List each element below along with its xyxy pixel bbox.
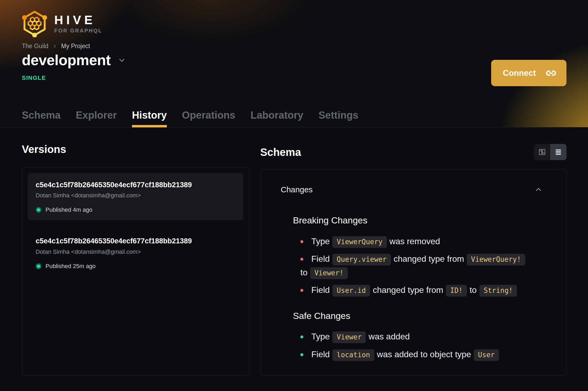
change-item: TypeViewerwas added (300, 330, 543, 343)
page-header: HIVE FOR GRAPHQL The Guild My Project de… (0, 0, 588, 127)
change-item: FieldUser.idchanged type fromID!toString… (300, 283, 543, 297)
active-tab-indicator (132, 125, 167, 127)
code-chip: Viewer! (310, 267, 348, 279)
chevron-down-icon (118, 56, 126, 64)
target-selector[interactable]: development (22, 52, 126, 69)
bullet-icon (300, 258, 303, 261)
version-author: Dotan Simha <dotansimha@gmail.com> (36, 248, 235, 255)
change-list: TypeViewerQuerywas removedFieldQuery.vie… (293, 235, 543, 297)
breadcrumb-org[interactable]: The Guild (22, 43, 48, 50)
connect-button[interactable]: Connect (491, 60, 566, 86)
columns-view-icon (539, 148, 546, 156)
breadcrumb-chevron-icon (52, 44, 57, 49)
columns-view-button[interactable] (534, 144, 550, 160)
version-status: Published 25m ago (36, 263, 235, 270)
change-section-breaking: Breaking ChangesTypeViewerQuerywas remov… (293, 215, 543, 297)
change-section-safe: Safe ChangesTypeViewerwas addedFieldloca… (293, 310, 543, 361)
version-author: Dotan Simha <dotansimha@gmail.com> (36, 192, 235, 199)
version-hash: c5e4c1c5f78b26465350e4ecf677cf188bb21389 (36, 236, 235, 246)
published-dot-icon (36, 207, 42, 213)
versions-panel: Versions c5e4c1c5f78b26465350e4ecf677cf1… (22, 144, 249, 376)
code-chip: Query.viewer (332, 254, 391, 265)
tab-schema[interactable]: Schema (22, 110, 61, 127)
code-chip: ViewerQuery (332, 236, 387, 248)
version-status-text: Published 25m ago (45, 263, 96, 270)
link-icon (545, 67, 557, 79)
breadcrumb: The Guild My Project (22, 43, 90, 50)
bullet-icon (300, 335, 303, 338)
schema-panel: Schema (260, 144, 566, 376)
version-hash: c5e4c1c5f78b26465350e4ecf677cf188bb21389 (36, 180, 235, 190)
brand-name: HIVE (54, 14, 102, 26)
status-badge: SINGLE (22, 74, 46, 81)
change-item: TypeViewerQuerywas removed (300, 235, 543, 248)
code-chip: location (332, 349, 374, 361)
breadcrumb-project[interactable]: My Project (61, 43, 90, 50)
schema-heading: Schema (260, 147, 301, 157)
changes-panel: Changes Breaking ChangesTypeViewerQueryw… (260, 169, 566, 376)
hive-logo[interactable]: HIVE FOR GRAPHQL (22, 10, 102, 37)
code-chip: User (474, 349, 499, 361)
brand-tagline: FOR GRAPHQL (54, 28, 102, 33)
main-content: Versions c5e4c1c5f78b26465350e4ecf677cf1… (0, 127, 588, 376)
list-view-icon (555, 148, 562, 156)
change-item: FieldQuery.viewerchanged type fromViewer… (300, 252, 543, 279)
version-status-text: Published 4m ago (45, 206, 92, 213)
chevron-up-icon (534, 185, 543, 194)
version-status: Published 4m ago (36, 206, 235, 213)
tab-laboratory[interactable]: Laboratory (250, 110, 303, 127)
tabs: SchemaExplorerHistoryOperationsLaborator… (22, 110, 358, 127)
changes-title: Changes (281, 185, 313, 194)
tab-explorer[interactable]: Explorer (76, 110, 117, 127)
view-toggle (534, 144, 566, 160)
code-chip: User.id (332, 285, 370, 297)
collapse-changes-button[interactable] (534, 185, 543, 194)
change-list: TypeViewerwas addedFieldlocationwas adde… (293, 330, 543, 361)
changes-body: Breaking ChangesTypeViewerQuerywas remov… (281, 215, 543, 361)
published-dot-icon (36, 263, 42, 269)
tab-operations[interactable]: Operations (182, 110, 235, 127)
bullet-icon (300, 240, 303, 243)
page-title: development (22, 52, 111, 69)
tab-history[interactable]: History (132, 110, 167, 127)
list-view-button[interactable] (550, 144, 566, 160)
tab-settings[interactable]: Settings (318, 110, 358, 127)
bullet-icon (300, 353, 303, 356)
bullet-icon (300, 289, 303, 292)
version-card[interactable]: c5e4c1c5f78b26465350e4ecf677cf188bb21389… (28, 229, 243, 276)
change-section-title: Safe Changes (293, 310, 543, 321)
versions-heading: Versions (22, 144, 249, 155)
code-chip: ViewerQuery! (467, 254, 525, 265)
code-chip: Viewer (332, 331, 366, 343)
code-chip: String! (479, 285, 517, 297)
version-card[interactable]: c5e4c1c5f78b26465350e4ecf677cf188bb21389… (28, 173, 243, 220)
versions-list: c5e4c1c5f78b26465350e4ecf677cf188bb21389… (22, 167, 249, 376)
change-section-title: Breaking Changes (293, 215, 543, 226)
hive-logo-icon (22, 10, 47, 37)
change-item: Fieldlocationwas added to object typeUse… (300, 348, 543, 361)
connect-button-label: Connect (503, 68, 536, 78)
code-chip: ID! (446, 285, 467, 297)
